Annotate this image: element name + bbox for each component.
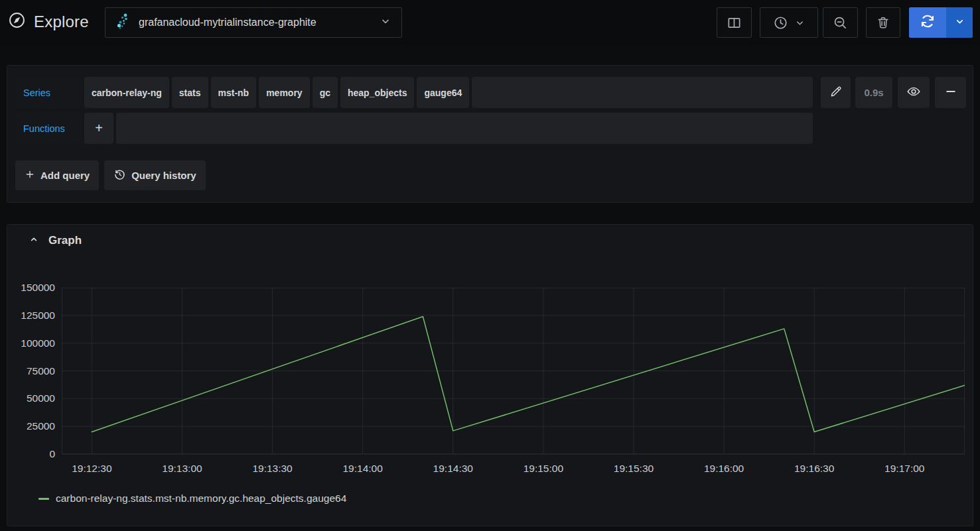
series-segment[interactable]: mst-nb (211, 77, 257, 108)
zoom-out-button[interactable] (823, 7, 858, 38)
run-query-options-button[interactable] (946, 7, 973, 38)
graph-panel-header[interactable]: Graph (29, 234, 82, 247)
plus-icon (25, 169, 35, 182)
clear-all-button[interactable] (866, 7, 900, 38)
legend-item[interactable]: carbon-relay-ng.stats.mst-nb.memory.gc.h… (38, 493, 346, 504)
legend-series-name: carbon-relay-ng.stats.mst-nb.memory.gc.h… (56, 493, 346, 504)
x-tick-label: 19:16:00 (687, 463, 760, 475)
split-button[interactable] (717, 7, 752, 38)
split-panes-icon (727, 15, 742, 30)
pencil-icon (829, 85, 843, 101)
series-segment[interactable]: carbon-relay-ng (84, 77, 169, 108)
series-segment-input[interactable] (472, 77, 813, 108)
function-input[interactable] (116, 113, 813, 144)
series-segment[interactable]: heap_objects (340, 77, 414, 108)
y-tick-label: 100000 (7, 337, 55, 349)
x-tick-label: 19:16:30 (778, 463, 851, 475)
chevron-down-icon (955, 17, 965, 29)
run-query-button-group (909, 7, 973, 38)
datasource-name: grafanacloud-mytrialinstance-graphite (139, 17, 372, 29)
y-tick-label: 125000 (7, 310, 55, 322)
query-history-button[interactable]: Query history (104, 160, 206, 190)
x-tick-label: 19:14:30 (417, 463, 490, 475)
toggle-query-visibility-button[interactable] (898, 77, 930, 108)
history-icon (113, 168, 126, 183)
plus-icon: + (95, 121, 103, 136)
add-function-button[interactable]: + (84, 113, 113, 144)
run-query-button[interactable] (909, 7, 946, 38)
y-tick-label: 150000 (7, 282, 55, 294)
y-tick-label: 75000 (7, 365, 55, 377)
chevron-down-icon (380, 16, 391, 29)
chart-canvas[interactable] (62, 288, 965, 455)
functions-label[interactable]: Functions (15, 113, 82, 144)
x-tick-label: 19:15:30 (597, 463, 670, 475)
series-segment[interactable]: gauge64 (417, 77, 469, 108)
y-tick-label: 0 (7, 448, 55, 460)
top-bar: Explore grafanacloud-mytrialinstance-gra… (0, 0, 980, 45)
y-tick-label: 50000 (7, 392, 55, 404)
query-actions-row: Add query Query history (15, 160, 206, 190)
x-tick-label: 19:15:00 (507, 463, 580, 475)
query-elapsed-time: 0.9s (855, 77, 892, 108)
add-query-button[interactable]: Add query (15, 160, 99, 190)
series-row: Series carbon-relay-ng stats mst-nb memo… (15, 77, 813, 108)
graph-panel-title: Graph (48, 234, 82, 247)
functions-row: Functions + (15, 113, 813, 144)
graph-panel: Graph 1500001250001000007500050000250000… (7, 224, 973, 526)
edit-query-button[interactable] (821, 77, 851, 108)
trash-icon (876, 15, 890, 30)
x-tick-label: 19:14:00 (326, 463, 399, 475)
x-tick-label: 19:17:00 (868, 463, 941, 475)
legend-series-color-mark (38, 498, 49, 500)
magnifier-minus-icon (833, 15, 848, 30)
page-title: Explore (34, 13, 89, 31)
graphite-logo-icon (116, 13, 131, 32)
chevron-down-icon (795, 18, 805, 28)
clock-icon (773, 15, 788, 30)
x-tick-label: 19:12:30 (55, 463, 128, 475)
series-label[interactable]: Series (15, 77, 82, 108)
minus-icon (944, 85, 957, 101)
series-segment[interactable]: memory (259, 77, 309, 108)
chevron-up-icon (29, 234, 39, 247)
time-picker-button[interactable] (760, 7, 818, 38)
y-tick-label: 25000 (7, 420, 55, 432)
remove-query-button[interactable] (935, 77, 966, 108)
compass-icon (8, 11, 26, 32)
datasource-picker[interactable]: grafanacloud-mytrialinstance-graphite (105, 7, 402, 38)
series-segment[interactable]: stats (172, 77, 208, 108)
query-editor-panel: Series carbon-relay-ng stats mst-nb memo… (7, 65, 973, 203)
x-tick-label: 19:13:00 (145, 463, 218, 475)
refresh-icon (920, 13, 936, 32)
x-tick-label: 19:13:30 (236, 463, 309, 475)
eye-icon (906, 84, 921, 101)
series-segment[interactable]: gc (313, 77, 338, 108)
